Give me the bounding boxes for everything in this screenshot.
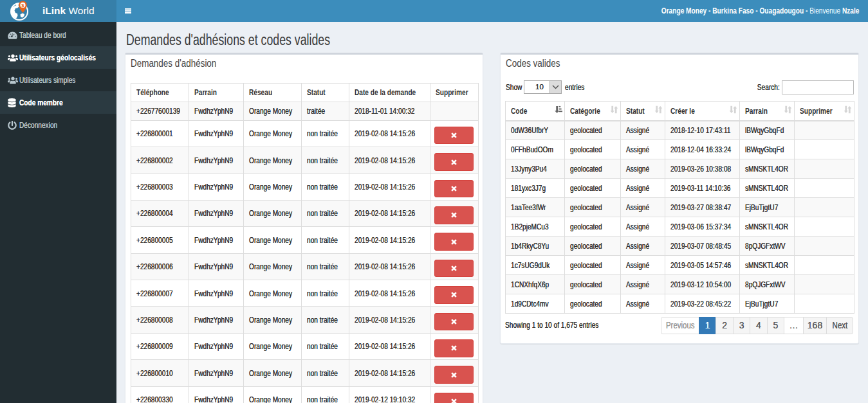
svg-text:$: $ (21, 3, 24, 8)
